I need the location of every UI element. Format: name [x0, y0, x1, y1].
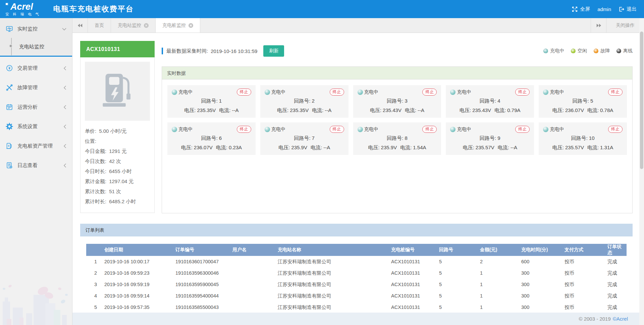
logo-subtitle: 安 科 瑞 电 气: [5, 12, 41, 16]
circuit-card: 充电中终止 回路号:1 电压:235.35V电流:--A: [167, 85, 256, 118]
terminate-button[interactable]: 终止: [422, 126, 437, 133]
sidebar-item-logs[interactable]: 日志查看: [0, 156, 72, 175]
menu-group-realtime: 实时监控 充电站监控: [0, 18, 72, 57]
brand-link[interactable]: ©Acrel: [613, 316, 628, 322]
column-header: 创建日期: [102, 244, 173, 256]
charging-status-dot: [543, 49, 548, 53]
chevron-left-icon: [63, 163, 66, 168]
terminate-button[interactable]: 终止: [237, 126, 251, 133]
column-header: 充电站名称: [275, 244, 388, 256]
tab-pile-monitor[interactable]: 充电桩监控: [156, 18, 200, 33]
column-header: 订单状态: [605, 244, 627, 256]
order-row: 32019-10-16 09:59:191910163595900045江苏安科…: [86, 279, 627, 290]
terminate-button[interactable]: 终止: [515, 126, 530, 133]
refresh-button[interactable]: 刷新: [263, 45, 284, 57]
terminate-button[interactable]: 终止: [515, 89, 530, 96]
orders-section: 订单列表 创建日期 订单编号 用户名 充电站名称 充电桩编号 回: [80, 224, 633, 313]
offline-status-dot: [616, 49, 621, 53]
column-index: [86, 244, 102, 256]
tabs-scroll-left-button[interactable]: [72, 18, 88, 33]
close-operations-label: 关闭操作: [616, 22, 635, 29]
charging-status-dot: [265, 90, 270, 95]
sidebar: 实时监控 充电站监控 ¥ 交易管理 故障管理: [0, 18, 72, 325]
tab-bar: 首页 充电站监控 充电桩监控 关闭操作: [72, 18, 644, 33]
terminate-button[interactable]: 终止: [330, 89, 344, 96]
charging-station-icon: [98, 71, 137, 111]
charging-status-dot: [358, 127, 363, 132]
tabs-scroll-right-button[interactable]: [591, 18, 606, 33]
chevron-left-icon: [63, 66, 66, 70]
sidebar-subitem-station-monitor[interactable]: 充电站监控: [0, 38, 72, 56]
charging-status-dot: [450, 127, 455, 132]
chevron-left-icon: [63, 105, 66, 109]
fullscreen-label: 全屏: [580, 6, 590, 12]
logout-button[interactable]: 退出: [619, 6, 637, 12]
sidebar-item-label: 故障管理: [17, 85, 38, 91]
tab-close-icon[interactable]: [144, 23, 149, 28]
charging-status-dot: [543, 90, 548, 95]
sidebar-item-transactions[interactable]: ¥ 交易管理: [0, 58, 72, 78]
tab-station-monitor[interactable]: 充电站监控: [111, 18, 156, 33]
tab-label: 首页: [95, 22, 104, 29]
svg-text:¥: ¥: [8, 66, 10, 70]
terminate-button[interactable]: 终止: [608, 126, 623, 133]
scrollbar-thumb[interactable]: [640, 32, 643, 169]
terminate-button[interactable]: 终止: [608, 89, 623, 96]
main-content: ACX1010131 单价:5.00 小时/元 位置: 今日金额:1291 元 …: [72, 33, 644, 325]
circuit-card: 充电中终止 回路号:3 电压:235.43V电流:--A: [353, 85, 441, 118]
orders-header-row: 创建日期 订单编号 用户名 充电站名称 充电桩编号 回路号 金额(元) 充电时间…: [86, 244, 627, 256]
sidebar-item-system-settings[interactable]: 系统设置: [0, 117, 72, 136]
close-operations-dropdown[interactable]: 关闭操作: [606, 18, 644, 33]
stat-today-amount: 今日金额:1291 元: [85, 146, 150, 156]
tab-home[interactable]: 首页: [88, 18, 111, 33]
charging-status-dot: [265, 127, 270, 132]
fullscreen-button[interactable]: 全屏: [572, 6, 590, 12]
sidebar-item-pile-assets[interactable]: 充电桩资产管理: [0, 136, 72, 156]
circuit-card-grid: 充电中终止 回路号:1 电压:235.35V电流:--A 充电中终止 回路号:2…: [162, 79, 632, 161]
page-scrollbar[interactable]: [639, 18, 644, 325]
fault-status-dot: [594, 49, 598, 53]
order-row: 22019-10-16 09:59:231910163596300046江苏安科…: [86, 267, 627, 279]
orders-table: 创建日期 订单编号 用户名 充电站名称 充电桩编号 回路号 金额(元) 充电时间…: [86, 244, 627, 313]
sidebar-item-operations-analysis[interactable]: 运营分析: [0, 97, 72, 117]
accent-bar: [162, 48, 163, 54]
chevron-left-icon: [63, 86, 66, 90]
page-title: 电瓶车充电桩收费平台: [53, 4, 134, 14]
double-chevron-right-icon: [596, 23, 601, 28]
stat-unit-price: 单价:5.00 小时/元: [85, 126, 150, 136]
legend-fault: 故障: [594, 48, 610, 54]
legend-charging: 充电中: [543, 48, 564, 54]
sidebar-item-label: 充电桩资产管理: [17, 143, 53, 149]
status-legend: 充电中 空闲 故障 离线: [543, 48, 633, 54]
stat-today-duration: 今日时长:6455 小时: [85, 166, 150, 176]
sidebar-item-faults[interactable]: 故障管理: [0, 78, 72, 97]
terminate-button[interactable]: 终止: [237, 89, 251, 96]
terminate-button[interactable]: 终止: [422, 89, 437, 96]
station-stats: 单价:5.00 小时/元 位置: 今日金额:1291 元 今日次数:42 次 今…: [85, 126, 150, 207]
user-menu[interactable]: admin: [597, 6, 611, 12]
circuit-card: 充电中终止 回路号:4 电压:235.43V电流:0.79A: [446, 85, 534, 118]
circuit-card: 充电中终止 回路号:5 电压:236.07V电流:0.78A: [539, 85, 627, 118]
charging-status-dot: [172, 90, 177, 95]
logout-label: 退出: [627, 6, 637, 12]
legend-offline: 离线: [616, 48, 633, 54]
logo-title: Acrel: [10, 2, 33, 11]
station-summary-card: ACX1010131 单价:5.00 小时/元 位置: 今日金额:1291 元 …: [80, 41, 155, 213]
copyright-text: © 2003 - 2019: [579, 316, 610, 322]
circuit-card: 充电中终止 回路号:2 电压:235.35V电流:--A: [260, 85, 348, 118]
charging-status-dot: [543, 127, 548, 132]
orders-title: 订单列表: [80, 224, 633, 236]
charging-status-dot: [172, 127, 177, 132]
stat-total-duration: 累计时长:6485.2 小时: [85, 197, 150, 207]
terminate-button[interactable]: 终止: [330, 126, 344, 133]
order-row: 52019-10-16 09:57:351910163585500043江苏安科…: [86, 302, 627, 313]
sidebar-item-label: 运营分析: [17, 104, 38, 110]
column-header: 支付方式: [562, 244, 605, 256]
fault-tools-icon: [6, 84, 13, 91]
sidebar-item-label: 日志查看: [17, 162, 38, 169]
tab-label: 充电站监控: [118, 22, 141, 29]
tab-close-icon[interactable]: [189, 23, 193, 28]
circuit-card: 充电中终止 回路号:10 电压:235.57V电流:1.31A: [539, 122, 627, 155]
sidebar-item-realtime-monitor[interactable]: 实时监控: [0, 20, 72, 38]
footer: © 2003 - 2019 ©Acrel: [72, 313, 644, 325]
